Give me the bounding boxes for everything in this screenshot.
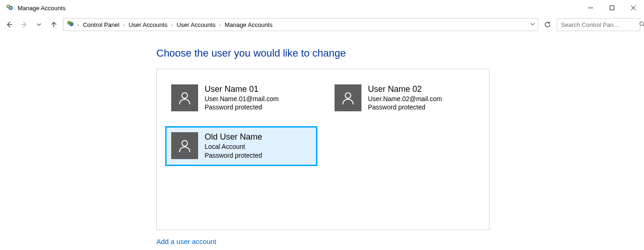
breadcrumb-item[interactable]: Manage Accounts [224, 21, 273, 28]
address-icon [66, 20, 75, 30]
main-content: Choose the user you would like to change… [0, 33, 644, 245]
breadcrumb-item[interactable]: Control Panel [82, 21, 121, 28]
accounts-panel: User Name 01 User.Name.01@mail.com Passw… [156, 69, 489, 230]
search-box[interactable] [557, 18, 640, 31]
up-button[interactable] [48, 19, 59, 30]
search-input[interactable] [561, 21, 639, 28]
account-text: Old User Name Local Account Password pro… [205, 132, 262, 160]
page-heading: Choose the user you would like to change [156, 47, 644, 59]
app-icon [6, 4, 14, 12]
nav-row: › Control Panel › User Accounts › User A… [0, 16, 644, 33]
user-avatar-icon [171, 84, 198, 111]
account-status: Password protected [205, 151, 262, 160]
account-text: User Name 01 User.Name.01@mail.com Passw… [205, 84, 279, 112]
chevron-right-icon[interactable]: › [77, 22, 80, 27]
svg-point-3 [10, 7, 12, 9]
recent-dropdown[interactable] [33, 19, 45, 30]
svg-point-16 [345, 93, 351, 98]
breadcrumb-item[interactable]: User Accounts [176, 21, 217, 28]
breadcrumb-item[interactable]: User Accounts [128, 21, 168, 28]
svg-point-15 [182, 93, 187, 98]
account-status: Password protected [368, 103, 442, 112]
refresh-button[interactable] [542, 19, 553, 30]
chevron-right-icon[interactable]: › [170, 22, 174, 27]
account-card[interactable]: Old User Name Local Account Password pro… [165, 126, 317, 166]
svg-point-17 [182, 141, 187, 146]
svg-point-2 [7, 6, 9, 7]
account-text: User Name 02 User.Name.02@mail.com Passw… [368, 84, 442, 112]
search-icon[interactable] [639, 21, 644, 29]
chevron-right-icon[interactable]: › [122, 22, 126, 27]
account-card[interactable]: User Name 01 User.Name.01@mail.com Passw… [165, 78, 317, 118]
user-avatar-icon [335, 84, 361, 111]
svg-rect-5 [610, 6, 614, 10]
minimize-button[interactable] [580, 0, 601, 16]
add-user-link[interactable]: Add a user account [156, 237, 216, 245]
user-avatar-icon [171, 132, 198, 159]
svg-point-12 [70, 22, 74, 26]
account-email: User.Name.02@mail.com [368, 95, 442, 103]
title-bar: Manage Accounts [0, 0, 644, 16]
close-button[interactable] [623, 0, 644, 16]
account-name: Old User Name [205, 132, 262, 142]
account-name: User Name 01 [205, 84, 279, 95]
chevron-right-icon[interactable]: › [218, 22, 222, 27]
account-status: Password protected [205, 103, 279, 112]
account-name: User Name 02 [368, 84, 442, 95]
account-card[interactable]: User Name 02 User.Name.02@mail.com Passw… [328, 78, 481, 118]
window-title: Manage Accounts [18, 5, 65, 12]
back-button[interactable] [4, 19, 15, 30]
account-type: Local Account [205, 142, 262, 151]
svg-point-13 [640, 22, 644, 26]
forward-button[interactable] [19, 19, 30, 30]
maximize-button[interactable] [601, 0, 623, 16]
address-dropdown[interactable] [530, 22, 535, 27]
address-bar[interactable]: › Control Panel › User Accounts › User A… [63, 18, 538, 31]
account-email: User.Name.01@mail.com [205, 95, 279, 103]
